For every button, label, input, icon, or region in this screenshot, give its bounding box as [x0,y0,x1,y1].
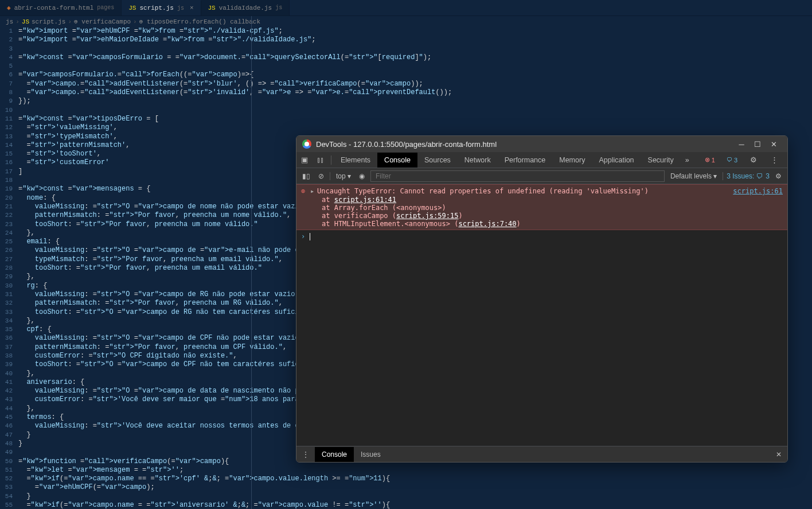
sidebar-toggle-icon[interactable]: ▮▯ [300,172,313,180]
tab-application[interactable]: Application [592,153,641,168]
tab-abrir-conta[interactable]: ◈ abrir-conta-form.html pages [0,0,122,15]
tab-folder: pages [97,5,114,11]
tab-validaidade[interactable]: JS validaIdade.js js [201,0,290,15]
clear-console-icon[interactable]: ⊘ [316,172,326,180]
tab-performance[interactable]: Performance [498,153,553,168]
expand-arrow-icon[interactable]: ▸ [310,187,317,195]
drawer-tab-console[interactable]: Console [315,447,354,462]
breadcrumb: js › JS script.js › ⊕ verificaCampo › ⊕ … [0,16,812,27]
tab-label: validaIdade.js [219,5,272,11]
close-button[interactable]: ✕ [766,140,782,149]
breadcrumb-part[interactable]: script.js [32,18,65,25]
js-icon: JS [208,5,216,11]
filter-input[interactable] [370,170,665,182]
devtools-title: DevTools - 127.0.0.1:5500/pages/abrir-co… [316,140,497,149]
more-tabs-icon[interactable]: » [681,156,694,164]
stack-line: at verificaCampo (script.js:59:15) [296,212,787,220]
editor-tabs: ◈ abrir-conta-form.html pages JS script.… [0,0,812,16]
close-drawer-icon[interactable]: ✕ [770,450,787,459]
chevron-icon: › [68,18,72,25]
js-icon: JS [128,5,136,11]
breadcrumb-part[interactable]: ⊕ tiposDeErro.forEach() callback [139,18,260,25]
tab-folder: js [177,5,184,11]
gear-icon[interactable]: ⚙ [773,172,784,180]
stack-line: at HTMLInputElement.<anonymous> (script.… [296,220,787,228]
minimize-button[interactable]: ─ [733,140,749,149]
tab-folder: js [275,5,282,11]
vertical-splitter[interactable] [251,16,252,509]
stack-line: at Array.forEach (<anonymous>) [296,204,787,212]
console-prompt[interactable]: › [296,230,787,243]
tab-elements[interactable]: Elements [334,153,377,168]
context-select[interactable]: top ▾ [334,171,353,181]
tab-console[interactable]: Console [377,153,417,168]
error-message: Uncaught TypeError: Cannot read properti… [317,187,733,195]
console-error: ⊗ ▸ Uncaught TypeError: Cannot read prop… [296,184,787,230]
breadcrumb-part[interactable]: ⊕ verificaCampo [74,18,131,25]
chevron-icon: › [133,18,137,25]
chevron-icon: › [15,18,19,25]
tab-label: abrir-conta-form.html [14,5,94,11]
chrome-icon [302,139,311,149]
tab-network[interactable]: Network [458,153,498,168]
devtools-window: DevTools - 127.0.0.1:5500/pages/abrir-co… [296,135,788,463]
devtools-tab-bar: ▣ ⫿⫿ Elements Console Sources Network Pe… [296,152,787,168]
info-count-badge[interactable]: 3 [723,156,741,164]
levels-select[interactable]: Default levels ▾ [668,171,719,181]
error-count-badge[interactable]: 1 [701,156,719,164]
tab-security[interactable]: Security [641,153,681,168]
console-output[interactable]: ⊗ ▸ Uncaught TypeError: Cannot read prop… [296,184,787,446]
console-toolbar: ▮▯ ⊘ top ▾ ◉ Default levels ▾ 3 Issues: … [296,168,787,184]
html-icon: ◈ [7,4,11,11]
close-icon[interactable]: × [190,5,194,11]
drawer-tab-issues[interactable]: Issues [354,447,388,462]
issues-link[interactable]: 3 Issues: 🗩 3 [727,172,770,180]
gear-icon[interactable]: ⚙ [745,156,762,164]
error-icon: ⊗ [301,187,310,195]
line-numbers-gutter: 1234567891011121314151617181920212223242… [0,27,18,509]
maximize-button[interactable]: ☐ [749,140,766,149]
stack-link[interactable]: script.js:59:15 [396,212,458,220]
error-source-link[interactable]: script.js:61 [733,187,783,195]
device-icon[interactable]: ⫿⫿ [313,156,329,164]
stack-link[interactable]: script.js:61:41 [334,196,396,204]
inspect-icon[interactable]: ▣ [296,156,313,164]
js-icon: JS [22,18,29,25]
prompt-chevron-icon: › [301,232,305,240]
breadcrumb-part[interactable]: js [6,18,13,25]
devtools-drawer: ⋮ Console Issues ✕ [296,446,787,462]
stack-line: at script.js:61:41 [296,196,787,204]
cursor [310,233,310,240]
tab-memory[interactable]: Memory [552,153,592,168]
tab-label: script.js [139,5,173,11]
stack-link[interactable]: script.js:7:40 [458,220,516,228]
eye-icon[interactable]: ◉ [357,172,367,180]
tab-script[interactable]: JS script.js js × [122,0,201,15]
devtools-titlebar[interactable]: DevTools - 127.0.0.1:5500/pages/abrir-co… [296,136,787,152]
kebab-icon[interactable]: ⋮ [296,450,315,459]
tab-sources[interactable]: Sources [417,153,458,168]
kebab-icon[interactable]: ⋮ [766,156,783,164]
